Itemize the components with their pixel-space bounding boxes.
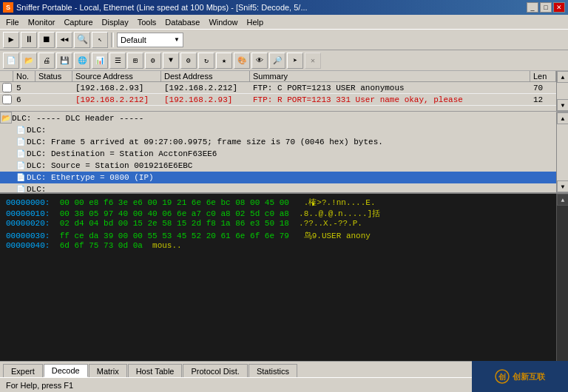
packet-dst: [192.168.2.212]: [161, 84, 250, 92]
decode-text: DLC: ----- DLC Header -----: [12, 114, 143, 123]
svg-text:创: 创: [498, 373, 506, 381]
send-button[interactable]: ➤: [287, 53, 303, 69]
header-checkbox: [0, 71, 13, 81]
doc-icon: 📄: [16, 149, 25, 158]
packet-src: [192.168.2.93]: [72, 84, 161, 92]
packet-dst: [192.168.2.93]: [161, 95, 250, 104]
hex-bytes: 00 00 e8 f6 3e e6 00 19 21 6e 6e bc 08 0…: [60, 198, 289, 207]
list-button[interactable]: ☰: [109, 53, 126, 69]
print-button[interactable]: 🖨: [38, 53, 55, 69]
tab-protocol-dist[interactable]: Protocol Dist.: [183, 364, 247, 377]
hex-address: 00000000:: [6, 198, 50, 207]
col-header-len: Len: [530, 71, 556, 81]
menu-tools[interactable]: Tools: [133, 16, 161, 28]
scroll-up-button[interactable]: ▲: [557, 71, 568, 83]
play-button[interactable]: ▶: [3, 32, 19, 48]
color-button[interactable]: 🎨: [234, 53, 250, 69]
menu-display[interactable]: Display: [98, 16, 133, 28]
search-button[interactable]: 🔍: [74, 32, 90, 48]
grid-button[interactable]: ⊞: [127, 53, 143, 69]
packet-section: No. Status Source Address Dest Address S…: [0, 71, 568, 112]
packet-summary: FTP: R PORT=1213 331 User name okay, ple…: [250, 95, 530, 104]
hex-ascii: .榷>?.!nn....E.: [299, 198, 375, 207]
expert-button[interactable]: ★: [216, 53, 232, 69]
hex-ascii: 鸟9.USER anony: [299, 232, 371, 240]
hex-scroll-up[interactable]: ▲: [557, 194, 568, 206]
toolbar-1: ▶ ⏸ ⏹ ◀◀ 🔍 ↖ Default ▼: [0, 30, 568, 50]
table-row[interactable]: 6 [192.168.2.212] [192.168.2.93] FTP: R …: [0, 94, 556, 106]
chart-button[interactable]: 📊: [92, 53, 108, 69]
menu-help[interactable]: Help: [243, 16, 268, 28]
watermark-text: 创新互联: [513, 371, 545, 382]
decode-line[interactable]: 📄DLC:: [0, 124, 556, 136]
decode-button[interactable]: ⚙: [145, 53, 161, 69]
open-button[interactable]: 📂: [21, 53, 37, 69]
col-header-status: Status: [36, 71, 72, 81]
window-title: Sniffer Portable - Local, Ethernet (Line…: [16, 3, 308, 12]
col-header-src: Source Address: [72, 71, 161, 81]
new-button[interactable]: 📄: [3, 53, 19, 69]
hex-line: 00000010: 00 38 05 97 40 00 40 06 6e a7 …: [6, 208, 550, 219]
tab-decode[interactable]: Decode: [44, 364, 88, 377]
toolbar-separator-1: [111, 33, 114, 47]
filter-dropdown[interactable]: Default ▼: [117, 33, 183, 47]
hex-address: 00000030:: [6, 232, 50, 240]
zoom-button[interactable]: 🔎: [269, 53, 285, 69]
watermark-icon: 创: [495, 369, 510, 384]
refresh-button[interactable]: ↻: [198, 53, 214, 69]
tab-expert[interactable]: Expert: [3, 364, 43, 377]
maximize-button[interactable]: □: [540, 2, 552, 13]
packet-no: 5: [13, 84, 36, 92]
decode-line[interactable]: 📄DLC: Destination = Station AcctonF63EE6: [0, 148, 556, 160]
close-button[interactable]: ✕: [553, 2, 565, 13]
menu-file[interactable]: File: [1, 16, 24, 28]
menu-database[interactable]: Database: [160, 16, 204, 28]
back-button[interactable]: ◀◀: [56, 32, 72, 48]
decode-line[interactable]: 📄DLC: Ethertype = 0800 (IP): [0, 172, 556, 183]
table-row[interactable]: 5 [192.168.2.93] [192.168.2.212] FTP: C …: [0, 82, 556, 94]
menu-capture[interactable]: Capture: [59, 16, 97, 28]
packet-no: 6: [13, 95, 36, 104]
col-header-dst: Dest Address: [161, 71, 250, 81]
decode-line[interactable]: 📄DLC: Source = Station 0019216E6EBC: [0, 160, 556, 172]
minimize-button[interactable]: _: [527, 2, 538, 13]
pointer-button[interactable]: ↖: [92, 32, 108, 48]
packet-len: 12: [530, 95, 556, 104]
col-header-summary: Summary: [250, 71, 530, 81]
scroll-down-button[interactable]: ▼: [557, 99, 568, 111]
hex-bytes: 02 d4 04 bd 00 15 2e 58 15 2d f8 1a 86 e…: [60, 219, 289, 228]
options-button[interactable]: ⚙: [180, 53, 197, 69]
app-icon: S: [3, 2, 13, 13]
decode-line[interactable]: 📂DLC: ----- DLC Header -----: [0, 112, 556, 124]
decode-text: DLC:: [27, 185, 46, 192]
tab-statistics[interactable]: Statistics: [248, 364, 297, 377]
pause-button[interactable]: ⏸: [21, 32, 37, 48]
save-button[interactable]: 💾: [56, 53, 72, 69]
tab-matrix[interactable]: Matrix: [89, 364, 127, 377]
menu-monitor[interactable]: Monitor: [24, 16, 60, 28]
decode-scroll-track[interactable]: [557, 124, 568, 180]
hex-scroll-track[interactable]: [557, 206, 568, 380]
scroll-track[interactable]: [557, 83, 568, 99]
folder-icon: 📂: [1, 114, 10, 123]
main-container: No. Status Source Address Dest Address S…: [0, 71, 568, 392]
hex-ascii: .??..X.-??.P.: [299, 219, 362, 228]
row-checkbox[interactable]: [2, 83, 12, 92]
hex-line: 00000020: 02 d4 04 bd 00 15 2e 58 15 2d …: [6, 219, 550, 230]
row-checkbox[interactable]: [2, 95, 12, 104]
stop-button[interactable]: ⏹: [38, 32, 55, 48]
tab-host-table[interactable]: Host Table: [128, 364, 183, 377]
hex-ascii: mous..: [152, 241, 182, 250]
decode-content: 📂DLC: ----- DLC Header -----📄DLC:📄DLC: F…: [0, 112, 556, 192]
packet-vscroll: ▲ ▼: [556, 71, 568, 111]
decode-line[interactable]: 📄DLC:: [0, 183, 556, 192]
doc-icon: 📄: [16, 138, 25, 146]
view-button[interactable]: 👁: [251, 53, 268, 69]
doc-icon: 📄: [16, 126, 25, 135]
decode-scroll-up[interactable]: ▲: [557, 112, 568, 124]
menu-window[interactable]: Window: [204, 16, 242, 28]
globe-button[interactable]: 🌐: [74, 53, 90, 69]
decode-line[interactable]: 📄DLC: Frame 5 arrived at 09:27:00.9975; …: [0, 136, 556, 148]
filter2-button[interactable]: ▼: [163, 53, 179, 69]
decode-scroll-down[interactable]: ▼: [557, 180, 568, 192]
